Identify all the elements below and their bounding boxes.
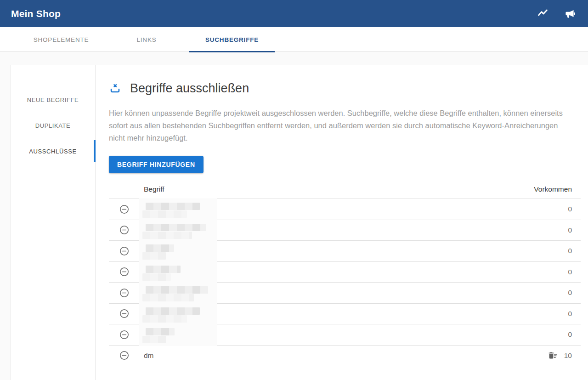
- term-cell: [140, 283, 568, 303]
- tab-suchbegriffe[interactable]: SUCHBEGRIFFE: [189, 27, 275, 52]
- page-title: Begriffe ausschließen: [130, 81, 249, 96]
- remove-term-button[interactable]: [109, 267, 140, 277]
- occurrence-count: 0: [568, 330, 572, 339]
- redacted-term: [139, 220, 217, 241]
- app-title: Mein Shop: [11, 8, 61, 19]
- table-row: 0: [109, 220, 581, 241]
- term-cell: [140, 220, 568, 241]
- term-label: dm: [144, 352, 154, 360]
- occurrence-count: 0: [568, 226, 572, 234]
- column-header-term: Begriff: [109, 185, 534, 193]
- remove-term-button[interactable]: [109, 246, 140, 256]
- remove-term-button[interactable]: [109, 350, 140, 361]
- table-row: 0: [109, 324, 581, 346]
- count-cell: 0: [568, 330, 581, 339]
- redacted-term: [139, 324, 217, 346]
- table-row: 0: [109, 241, 581, 262]
- megaphone-icon[interactable]: [564, 8, 576, 20]
- table-body: 0 0: [109, 199, 581, 366]
- count-cell: 0: [568, 226, 581, 234]
- tab-links[interactable]: LINKS: [104, 27, 189, 52]
- sidebar-item-label: DUPLIKATE: [35, 122, 71, 129]
- redacted-term: [139, 261, 217, 283]
- redacted-term: [139, 240, 217, 262]
- table-header-row: Begriff Vorkommen: [109, 180, 581, 199]
- table-row: 0: [109, 262, 581, 283]
- tab-label: SHOPELEMENTE: [34, 36, 89, 43]
- remove-term-button[interactable]: [109, 329, 140, 340]
- delete-sweep-icon[interactable]: [548, 351, 558, 360]
- term-cell: [140, 304, 568, 324]
- table-row: 0: [109, 304, 581, 325]
- redacted-term: [139, 282, 217, 304]
- trend-chart-icon[interactable]: [537, 8, 548, 19]
- column-header-count: Vorkommen: [534, 185, 581, 193]
- remove-term-button[interactable]: [109, 204, 140, 215]
- sidebar-item-neue-begriffe[interactable]: NEUE BEGRIFFE: [11, 87, 95, 113]
- remove-term-button[interactable]: [109, 308, 140, 319]
- occurrence-count: 0: [568, 268, 572, 276]
- count-cell: 0: [568, 205, 581, 213]
- remove-term-button[interactable]: [109, 225, 140, 235]
- tab-shopelemente[interactable]: SHOPELEMENTE: [18, 27, 104, 52]
- table-row: dm 10: [109, 346, 581, 367]
- term-cell: [140, 262, 568, 283]
- occurrence-count: 10: [564, 352, 572, 360]
- page-description: Hier können unpassende Begriffe projektw…: [109, 107, 575, 144]
- content-gap: [0, 52, 588, 65]
- count-cell: 0: [568, 247, 581, 255]
- redacted-term: [139, 303, 217, 325]
- table-row: 0: [109, 199, 581, 220]
- remove-term-button[interactable]: [109, 288, 140, 298]
- count-cell: 0: [568, 310, 581, 318]
- tab-label: SUCHBEGRIFFE: [205, 36, 259, 43]
- occurrence-count: 0: [568, 310, 572, 318]
- sidebar-item-duplikate[interactable]: DUPLIKATE: [11, 113, 95, 138]
- term-cell: [140, 324, 568, 345]
- excluded-terms-table: Begriff Vorkommen 0: [109, 180, 581, 366]
- count-cell: 10: [548, 351, 581, 360]
- add-term-button[interactable]: BEGRIFF HINZUFÜGEN: [109, 156, 204, 173]
- sidebar: NEUE BEGRIFFE DUPLIKATE AUSSCHLÜSSE: [10, 65, 96, 380]
- sidebar-item-label: AUSSCHLÜSSE: [29, 148, 76, 155]
- count-cell: 0: [568, 289, 581, 297]
- occurrence-count: 0: [568, 247, 572, 255]
- count-cell: 0: [568, 268, 581, 276]
- occurrence-count: 0: [568, 289, 572, 297]
- term-cell: dm: [140, 346, 548, 366]
- exclude-terms-icon: [109, 82, 121, 95]
- main-panel: Begriffe ausschließen Hier können unpass…: [96, 65, 588, 380]
- tab-bar: SHOPELEMENTE LINKS SUCHBEGRIFFE: [0, 27, 588, 52]
- app-header: Mein Shop: [0, 0, 588, 27]
- redacted-term: [139, 199, 217, 220]
- sidebar-item-label: NEUE BEGRIFFE: [27, 96, 79, 103]
- active-item-indicator: [94, 140, 96, 162]
- term-cell: [140, 199, 568, 220]
- sidebar-item-ausschluesse[interactable]: AUSSCHLÜSSE: [11, 138, 95, 164]
- term-cell: [140, 241, 568, 261]
- table-row: 0: [109, 283, 581, 304]
- header-icons: [537, 8, 576, 20]
- page-heading: Begriffe ausschließen: [109, 81, 581, 96]
- content-area: NEUE BEGRIFFE DUPLIKATE AUSSCHLÜSSE Begr…: [0, 65, 588, 380]
- tab-label: LINKS: [136, 36, 156, 43]
- occurrence-count: 0: [568, 205, 572, 213]
